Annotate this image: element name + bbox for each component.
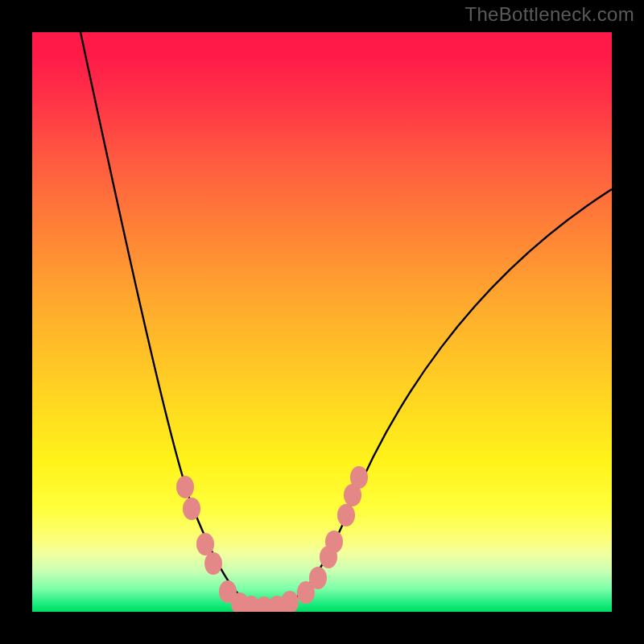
data-marker	[183, 497, 200, 520]
curve-left-branch	[80, 32, 267, 609]
data-marker	[176, 476, 194, 498]
curve-right-branch	[267, 189, 612, 609]
data-markers	[176, 466, 368, 612]
chart-canvas	[32, 32, 612, 612]
data-marker	[204, 552, 222, 575]
data-marker	[281, 591, 299, 612]
data-marker	[337, 504, 355, 526]
data-marker	[196, 533, 214, 555]
data-marker	[325, 530, 343, 553]
bottleneck-curve	[32, 32, 612, 612]
watermark-text: TheBottleneck.com	[464, 3, 634, 26]
data-marker	[309, 567, 327, 589]
data-marker	[350, 466, 368, 489]
